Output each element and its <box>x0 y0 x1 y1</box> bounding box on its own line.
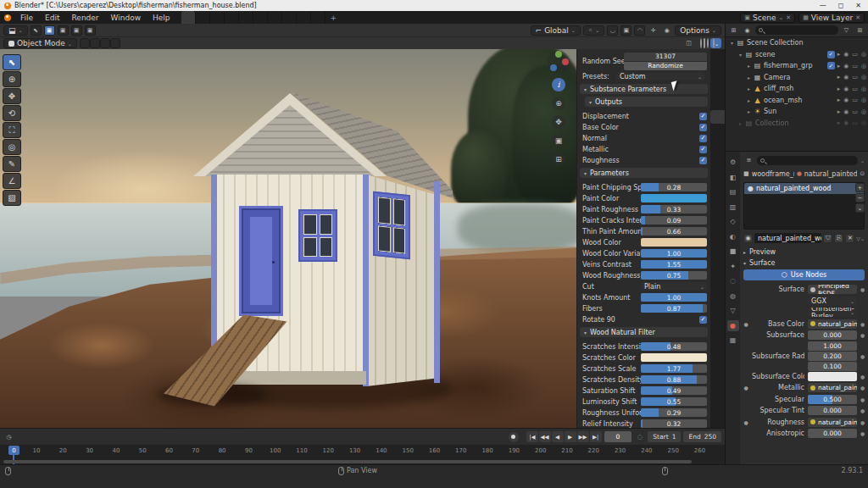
pin-icon[interactable]: ⊙ <box>860 170 865 177</box>
disable-viewport-icon[interactable]: ▭ <box>852 97 858 103</box>
substance-parameters-header[interactable]: ▾Substance Parameters <box>580 84 708 94</box>
frame-start-field[interactable]: Start1 <box>648 431 681 442</box>
displacement-checkbox[interactable]: ✓ <box>699 113 707 120</box>
hide-viewport-icon[interactable]: ◉ <box>843 97 849 103</box>
disable-render-icon[interactable]: ◎ <box>861 63 866 69</box>
play-button[interactable]: ▶ <box>565 431 576 442</box>
playhead[interactable]: 0 <box>8 446 19 455</box>
slot-specials-button[interactable]: ⌄ <box>855 203 865 213</box>
workspace-tab-modeling[interactable] <box>196 11 210 24</box>
properties-filter-icon[interactable]: ⌄ <box>860 158 865 164</box>
use-nodes-button[interactable]: ⬡ Use Nodes <box>743 269 865 280</box>
ortho-toggle-icon[interactable]: ⊞ <box>552 152 565 166</box>
veins-contrast-slider[interactable]: 1.55 <box>641 260 707 269</box>
scratches-scale-slider[interactable]: 1.77 <box>641 364 707 373</box>
properties-editor-icon[interactable]: ≡ <box>743 155 754 165</box>
specular-tint-value[interactable]: 0.000 <box>808 406 857 415</box>
disable-render-icon[interactable]: ◎ <box>861 108 866 115</box>
outliner-filter-icon[interactable]: ▽ <box>841 25 852 36</box>
shading-solid-icon[interactable] <box>704 39 705 47</box>
gizmo-toggle-icon[interactable]: ✛ <box>648 25 659 36</box>
workspace-tab-animation[interactable] <box>268 11 282 24</box>
material-slot-selected[interactable]: ● natural_painted_wood <box>744 183 864 194</box>
add-workspace-button[interactable]: + <box>326 13 342 23</box>
disable-viewport-icon[interactable]: ▭ <box>852 63 858 69</box>
scale-tool[interactable]: ⛶ <box>3 122 21 138</box>
roughness-uniformity-slider[interactable]: 0.29 <box>641 408 707 417</box>
prev-keyframe-button[interactable]: ◀◀ <box>539 431 551 442</box>
browse-scene-icon[interactable]: ⌄ <box>778 14 783 21</box>
shading-material-icon[interactable] <box>707 39 709 47</box>
sidebar-tab-item[interactable] <box>710 53 725 66</box>
jump-end-button[interactable]: ▶| <box>590 431 602 442</box>
mode-selector[interactable]: Object Mode⌄ <box>3 38 77 48</box>
tab-scene[interactable]: ◇ <box>727 216 739 227</box>
header-mode-icon-2[interactable]: ▣ <box>58 25 69 36</box>
Sun[interactable]: ▸ ☀ Sun ✓ ▸ ◉ ▭ ◎ <box>726 106 868 118</box>
selectable-icon[interactable]: ▸ <box>837 108 841 115</box>
tab-object-data[interactable]: ▽ <box>727 305 739 316</box>
unlink-scene-icon[interactable]: ✕ <box>786 14 791 21</box>
move-tool[interactable]: ✥ <box>3 88 21 104</box>
transform-tool[interactable]: ◎ <box>3 139 21 155</box>
knots-amount-slider[interactable]: 1.00 <box>641 293 707 302</box>
play-reverse-button[interactable]: ◀ <box>552 431 564 442</box>
outputs-header[interactable]: ▾Outputs <box>585 97 708 107</box>
header-cursor-icon[interactable]: ⬉ <box>31 25 42 36</box>
base-color-texbox[interactable]: natural_painted_wood_4 <box>808 319 857 329</box>
workspace-tab-layout[interactable] <box>181 11 196 24</box>
pivot-point-dropdown[interactable]: ◦⌄ <box>583 25 604 36</box>
transform-orientation-dropdown[interactable]: ⌐ Global⌄ <box>531 25 581 36</box>
scene[interactable]: ▾ ▤ scene ✓ ▸ ◉ ▭ ◎ <box>726 49 868 61</box>
outliner-search-input[interactable] <box>755 25 838 35</box>
thin-paint-amount-slider[interactable]: 0.66 <box>641 227 707 236</box>
breadcrumb-material[interactable]: natural_painted_w... <box>804 170 857 178</box>
close-button[interactable]: ✕ <box>855 2 861 9</box>
scratches-intensity-slider[interactable]: 0.48 <box>641 342 707 351</box>
workspace-tab-sculpting[interactable] <box>210 11 225 24</box>
breadcrumb-object[interactable]: woodframe_m... <box>752 170 794 178</box>
disable-viewport-icon[interactable]: ▭ <box>852 86 858 92</box>
header-mode-icon-1[interactable]: ▣ <box>44 25 55 36</box>
wood-roughness-slider[interactable]: 0.75 <box>641 271 707 280</box>
tab-world[interactable]: ◐ <box>727 231 739 242</box>
hide-viewport-icon[interactable]: ◉ <box>843 74 849 80</box>
subsurface-value[interactable]: 0.000 <box>808 330 857 340</box>
wood-color-variation-slider[interactable]: 1.00 <box>641 249 707 258</box>
fibers-slider[interactable]: 0.87 <box>641 304 707 313</box>
surface-texbox[interactable]: Principled BSDF <box>808 285 857 294</box>
disable-viewport-icon[interactable]: ▭ <box>852 51 858 58</box>
Camera[interactable]: ▸ ▦ Camera ✓ ▸ ◉ ▭ ◎ <box>726 72 868 84</box>
xray-toggle-icon[interactable]: ◫ <box>683 38 694 48</box>
shading-wireframe-icon[interactable] <box>700 39 702 47</box>
selectable-icon[interactable]: ▸ <box>837 51 841 58</box>
timeline-ruler[interactable]: 0 10203040506070809010011012013014015016… <box>0 446 725 464</box>
exclude-checkbox[interactable]: ✓ <box>827 62 835 69</box>
workspace-tab-texture-paint[interactable] <box>239 11 253 24</box>
subsurface-color-color[interactable] <box>808 372 857 381</box>
outliner-display-mode-icon[interactable]: ◉ <box>742 25 753 36</box>
paint-chipping-spread-slider[interactable]: 0.28 <box>641 183 707 191</box>
sidebar-tab-substance-3d[interactable] <box>710 110 725 124</box>
workspace-tab-scripting[interactable] <box>311 11 326 24</box>
tab-modifiers[interactable]: ✦ <box>727 261 739 272</box>
disable-viewport-icon[interactable]: ▭ <box>852 119 858 126</box>
zoom-icon[interactable]: ⊕ <box>552 97 565 110</box>
disable-render-icon[interactable]: ◎ <box>861 74 866 80</box>
disable-render-icon[interactable]: ◎ <box>861 51 866 58</box>
proportional-editing-icon[interactable]: ◠ <box>634 25 645 36</box>
hide-viewport-icon[interactable]: ◉ <box>843 63 849 69</box>
next-keyframe-button[interactable]: ▶▶ <box>577 431 589 442</box>
tab-texture[interactable]: ▦ <box>727 335 739 346</box>
metallic-checkbox[interactable]: ✓ <box>699 146 707 153</box>
browse-material-icon[interactable]: ◉ <box>743 234 753 243</box>
fake-user-icon[interactable]: ⛉ <box>823 234 832 243</box>
workspace-tab-rendering[interactable] <box>282 11 297 24</box>
hide-viewport-icon[interactable]: ◉ <box>843 51 849 58</box>
selectable-icon[interactable]: ▸ <box>837 86 841 92</box>
saturation-shift-slider[interactable]: 0.49 <box>641 386 707 395</box>
random-seed-value[interactable]: 31307 <box>624 53 707 61</box>
anisotropic-value[interactable]: 0.000 <box>808 429 857 438</box>
workspace-tab-compositing[interactable] <box>297 11 311 24</box>
scene-selector[interactable]: ▣ Scene ⌄ ✕ <box>740 13 795 23</box>
